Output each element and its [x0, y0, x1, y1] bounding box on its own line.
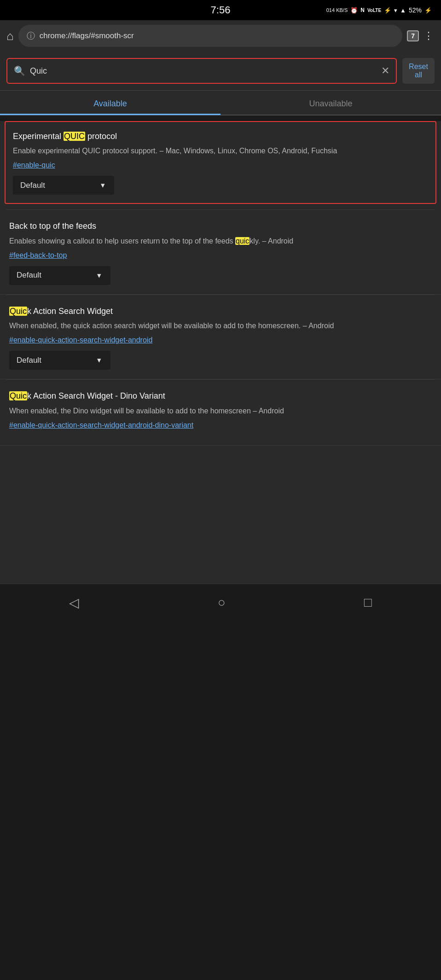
- home-button[interactable]: ⌂: [6, 29, 14, 43]
- url-bar[interactable]: ⓘ chrome://flags/#smooth-scr: [18, 25, 402, 47]
- chevron-down-icon-3: ▾: [97, 355, 101, 365]
- flag-link-back-to-top[interactable]: #feed-back-to-top: [9, 251, 432, 260]
- flag-desc-quick-action: When enabled, the quick action search wi…: [9, 320, 432, 331]
- status-time: 7:56: [211, 4, 231, 16]
- quic-highlight-feeds: quic: [235, 237, 250, 245]
- chevron-down-icon: ▾: [101, 180, 105, 190]
- flag-desc-back-to-top: Enables showing a callout to help users …: [9, 236, 432, 247]
- back-button[interactable]: ◁: [55, 592, 93, 613]
- flag-item-quick-action-search: Quick Action Search Widget When enabled,…: [0, 295, 441, 379]
- flag-link-quick-action[interactable]: #enable-quick-action-search-widget-andro…: [9, 336, 432, 344]
- flag-title-quick-action-dino: Quick Action Search Widget - Dino Varian…: [9, 391, 432, 401]
- reset-all-button[interactable]: Resetall: [402, 58, 435, 84]
- flags-search-box[interactable]: 🔍 Quic ✕: [6, 58, 397, 84]
- tab-available[interactable]: Available: [0, 91, 220, 115]
- recents-button[interactable]: □: [350, 592, 386, 613]
- flag-desc-quic: Enable experimental QUIC protocol suppor…: [13, 145, 428, 157]
- menu-button[interactable]: ⋮: [424, 30, 435, 42]
- flags-content: Experimental QUIC protocol Enable experi…: [0, 121, 441, 584]
- status-bar: 7:56 014 KB/S ⏰ N VoLTE ⚡ ▾ ▲ 52% ⚡: [0, 0, 441, 20]
- bottom-nav: ◁ ○ □: [0, 584, 441, 623]
- info-icon: ⓘ: [27, 30, 35, 41]
- bluetooth-icon: ⚡: [384, 7, 391, 14]
- content-spacer: [0, 446, 441, 584]
- flag-title-quic: Experimental QUIC protocol: [13, 131, 428, 142]
- flag-dropdown-value-quick-action: Default: [17, 356, 41, 365]
- chevron-down-icon-2: ▾: [97, 271, 101, 280]
- flag-desc-quick-action-dino: When enabled, the Dino widget will be av…: [9, 406, 432, 417]
- signal-icon: ▲: [400, 7, 406, 14]
- flag-dropdown-value-back-to-top: Default: [17, 271, 41, 280]
- tab-unavailable[interactable]: Unavailable: [220, 91, 441, 115]
- flag-dropdown-quic[interactable]: Default ▾: [13, 176, 114, 195]
- clear-search-icon[interactable]: ✕: [381, 65, 389, 77]
- home-nav-button[interactable]: ○: [204, 592, 239, 613]
- wifi-icon: ▾: [394, 7, 397, 14]
- flag-item-quick-action-dino: Quick Action Search Widget - Dino Varian…: [0, 380, 441, 445]
- flag-dropdown-back-to-top[interactable]: Default ▾: [9, 266, 110, 285]
- flag-dropdown-quick-action[interactable]: Default ▾: [9, 351, 110, 370]
- flag-title-back-to-top: Back to top of the feeds: [9, 221, 432, 232]
- data-speed: 014 KB/S: [326, 7, 348, 13]
- status-icons: 014 KB/S ⏰ N VoLTE ⚡ ▾ ▲ 52% ⚡: [326, 6, 432, 14]
- url-text: chrome://flags/#smooth-scr: [40, 31, 394, 41]
- search-input[interactable]: Quic: [30, 66, 377, 76]
- flag-item-experimental-quic: Experimental QUIC protocol Enable experi…: [5, 121, 436, 204]
- tab-count[interactable]: 7: [407, 30, 419, 41]
- search-area: 🔍 Quic ✕ Resetall: [0, 52, 441, 91]
- alarm-icon: ⏰: [350, 7, 358, 14]
- volte-icon: VoLTE: [367, 8, 381, 13]
- flag-dropdown-value-quic: Default: [20, 181, 45, 190]
- flag-link-quick-action-dino[interactable]: #enable-quick-action-search-widget-andro…: [9, 421, 432, 429]
- flag-title-quick-action: Quick Action Search Widget: [9, 306, 432, 317]
- quick-highlight-2: Quic: [9, 391, 27, 400]
- quick-highlight-1: Quic: [9, 307, 27, 316]
- battery-percent: 52%: [409, 6, 422, 14]
- search-icon: 🔍: [14, 65, 25, 76]
- flag-link-quic[interactable]: #enable-quic: [13, 161, 428, 169]
- quic-highlight: QUIC: [64, 132, 85, 141]
- tabs: Available Unavailable: [0, 91, 441, 116]
- browser-chrome: ⌂ ⓘ chrome://flags/#smooth-scr 7 ⋮: [0, 20, 441, 52]
- nfc-icon: N: [360, 7, 365, 13]
- flag-item-back-to-top: Back to top of the feeds Enables showing…: [0, 210, 441, 294]
- battery-icon: ⚡: [424, 7, 432, 14]
